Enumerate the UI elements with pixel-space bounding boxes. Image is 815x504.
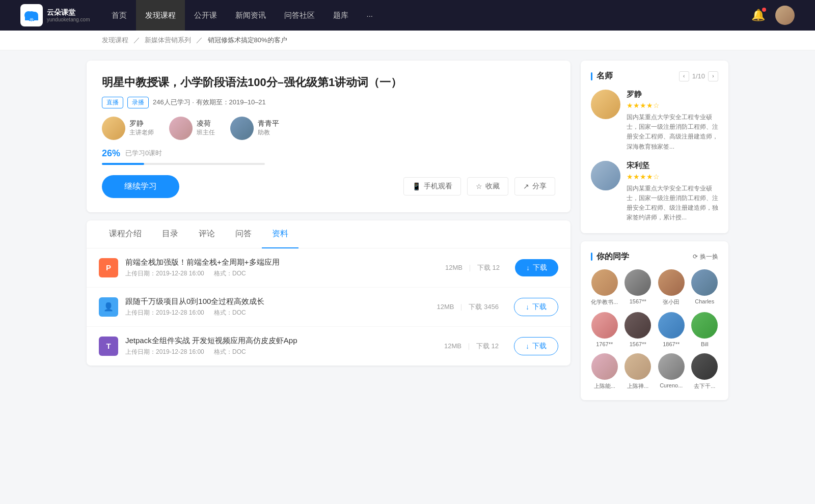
sep-2: ｜	[466, 342, 472, 351]
star-icon: ☆	[476, 182, 482, 190]
tabs-nav: 课程介绍 目录 评论 问答 资料	[87, 220, 570, 248]
download-label-1: 下载	[532, 302, 547, 312]
breadcrumb-series[interactable]: 新媒体营销系列	[145, 36, 191, 44]
course-tabs: 课程介绍 目录 评论 问答 资料 P 前端全栈加强版！前端全栈+全周期+多端应用…	[87, 220, 570, 366]
nav-item-more[interactable]: ···	[358, 0, 383, 31]
share-icon: ↗	[523, 182, 529, 190]
classmates-title-bar	[591, 253, 592, 261]
logo-area[interactable]: 云 云朵课堂 yunduoketang.com	[20, 4, 90, 26]
classmate-avatar-4[interactable]	[591, 312, 618, 339]
classmate-avatar-0[interactable]	[591, 269, 618, 296]
classmate-name-11: 去下干...	[694, 382, 715, 390]
bell-button[interactable]: 🔔	[751, 9, 765, 22]
continue-button[interactable]: 继续学习	[102, 175, 179, 198]
material-date-2: 上传日期：2019-12-28 16:00	[125, 348, 204, 355]
classmate-name-9: 上陈禅...	[627, 382, 648, 390]
nav-item-news[interactable]: 新闻资讯	[226, 0, 275, 31]
classmate-avatar-7[interactable]	[691, 312, 718, 339]
classmate-avatar-11[interactable]	[691, 353, 718, 380]
collect-label: 收藏	[485, 182, 500, 191]
classmate-avatar-2[interactable]	[658, 269, 685, 296]
nav-item-home[interactable]: 首页	[102, 0, 136, 31]
teachers-title: 名师	[596, 71, 613, 81]
nav-item-public[interactable]: 公开课	[185, 0, 226, 31]
classmate-avatar-5[interactable]	[624, 312, 651, 339]
classmate-avatar-9[interactable]	[624, 353, 651, 380]
breadcrumb-sep2: ／	[196, 36, 203, 44]
classmate-avatar-3[interactable]	[691, 269, 718, 296]
download-btn-1[interactable]: ↓ 下载	[514, 298, 558, 316]
classmate-avatar-1[interactable]	[624, 269, 651, 296]
classmate-2: 张小田	[658, 269, 685, 306]
refresh-btn[interactable]: ⟳ 换一换	[693, 253, 718, 261]
material-dl-0: 下载 12	[477, 263, 500, 272]
teacher-role-1: 班主任	[197, 128, 215, 137]
classmate-name-8: 上陈能...	[594, 382, 615, 390]
classmate-0: 化学教书...	[591, 269, 618, 306]
download-label-2: 下载	[532, 342, 547, 351]
classmate-name-5: 1567**	[630, 341, 646, 347]
breadcrumb-current: 销冠修炼术搞定80%的客户	[208, 36, 287, 44]
breadcrumb-discover[interactable]: 发现课程	[102, 36, 128, 44]
classmate-name-3: Charles	[695, 298, 714, 304]
classmate-name-10: Cureno...	[660, 382, 683, 388]
mobile-label: 手机观看	[424, 182, 452, 191]
next-page-btn[interactable]: ›	[708, 71, 718, 81]
classmate-avatar-10[interactable]	[658, 353, 685, 380]
breadcrumb: 发现课程 ／ 新媒体营销系列 ／ 销冠修炼术搞定80%的客户	[0, 31, 815, 50]
tab-intro[interactable]: 课程介绍	[99, 220, 152, 248]
tab-materials[interactable]: 资料	[262, 220, 298, 248]
user-avatar[interactable]	[775, 6, 795, 25]
classmate-name-1: 1567**	[630, 298, 646, 304]
collect-btn[interactable]: ☆ 收藏	[467, 177, 508, 195]
material-name-1: 跟随千万级项目从0到100全过程高效成长	[125, 297, 429, 306]
logo-cloud-icon: 云	[22, 6, 41, 24]
material-stats-2: 12MB ｜ 下载 12	[444, 342, 499, 351]
sidebar-teacher-name-1: 宋利坚	[627, 161, 718, 171]
teacher-avatar-2	[230, 117, 254, 140]
download-btn-2[interactable]: ↓ 下载	[514, 337, 558, 355]
classmate-name-4: 1767**	[596, 341, 613, 347]
sidebar-teacher-desc-0: 国内某重点大学安全工程专业硕士，国家一级注册消防工程师、注册安全工程师、高级注册…	[627, 113, 718, 152]
progress-percent: 26%	[102, 148, 120, 159]
mobile-watch-btn[interactable]: 📱 手机观看	[403, 177, 461, 195]
classmate-4: 1767**	[591, 312, 618, 347]
teacher-item-2: 青青平 助教	[230, 117, 279, 140]
classmate-name-7: Bill	[701, 341, 709, 347]
breadcrumb-sep1: ／	[133, 36, 140, 44]
prev-page-btn[interactable]: ‹	[679, 71, 689, 81]
classmate-5: 1567**	[624, 312, 652, 347]
material-icon-0: P	[99, 258, 118, 277]
material-date-1: 上传日期：2019-12-28 16:00	[125, 309, 204, 316]
nav-item-bank[interactable]: 题库	[324, 0, 358, 31]
classmate-avatar-6[interactable]	[658, 312, 685, 339]
download-icon-2: ↓	[526, 342, 529, 350]
navbar: 云 云朵课堂 yunduoketang.com 首页 发现课程 公开课 新闻资讯…	[0, 0, 815, 31]
tab-review[interactable]: 评论	[188, 220, 225, 248]
page-nav: ‹ 1/10 ›	[679, 71, 718, 81]
material-item-1: 👤 跟随千万级项目从0到100全过程高效成长 上传日期：2019-12-28 1…	[87, 288, 570, 327]
classmates-grid: 化学教书... 1567** 张小田 Charles 1767**	[591, 269, 718, 390]
sidebar-teacher-stars-1: ★★★★☆	[627, 173, 718, 181]
progress-section: 26% 已学习0课时	[102, 148, 555, 165]
tab-qa[interactable]: 问答	[225, 220, 262, 248]
badge-record: 录播	[127, 97, 149, 108]
classmate-name-2: 张小田	[663, 298, 680, 306]
tab-catalog[interactable]: 目录	[152, 220, 188, 248]
teachers-card: 名师 ‹ 1/10 › 罗静 ★★★★☆ 国内某重点大学安全工程专业硕士，国家一…	[581, 61, 728, 233]
sidebar-teacher-1: 宋利坚 ★★★★☆ 国内某重点大学安全工程专业硕士，国家一级注册消防工程师、注册…	[591, 161, 718, 223]
logo-main-text: 云朵课堂	[47, 8, 90, 17]
logo-icon: 云	[20, 4, 43, 26]
nav-item-qa[interactable]: 问答社区	[275, 0, 324, 31]
classmate-name-6: 1867**	[663, 341, 680, 347]
classmate-9: 上陈禅...	[624, 353, 652, 390]
refresh-label: 换一换	[700, 253, 718, 261]
teacher-name-1: 凌荷	[197, 119, 215, 128]
sidebar-teacher-body-0: 罗静 ★★★★☆ 国内某重点大学安全工程专业硕士，国家一级注册消防工程师、注册安…	[627, 90, 718, 152]
classmate-name-0: 化学教书...	[591, 298, 618, 306]
download-btn-0[interactable]: ↓ 下载	[515, 259, 558, 276]
sidebar-teacher-body-1: 宋利坚 ★★★★☆ 国内某重点大学安全工程专业硕士，国家一级注册消防工程师、注册…	[627, 161, 718, 223]
nav-item-discover[interactable]: 发现课程	[136, 0, 185, 31]
classmate-avatar-8[interactable]	[591, 353, 618, 380]
share-btn[interactable]: ↗ 分享	[514, 177, 555, 195]
